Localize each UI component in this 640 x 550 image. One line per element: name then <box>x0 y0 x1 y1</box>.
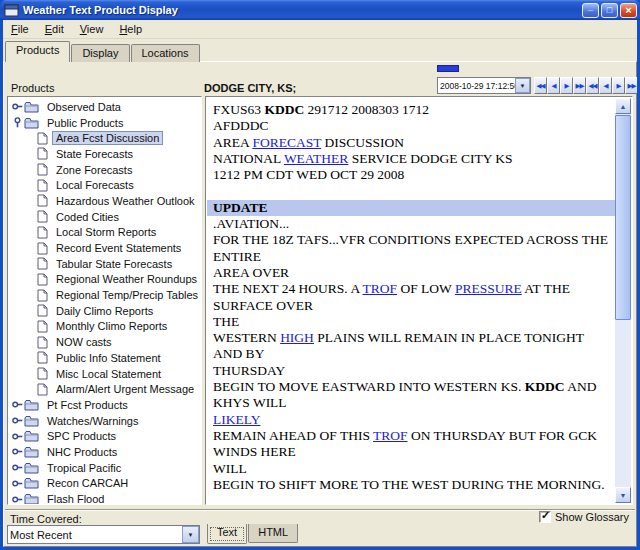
tree-item-pt-fcst-products[interactable]: Pt Fcst Products <box>8 397 201 413</box>
glossary-link[interactable]: TROF <box>363 281 398 296</box>
tree-item-regional-temp-precip-tables[interactable]: Regional Temp/Precip Tables <box>8 287 201 303</box>
text-segment: WILL <box>213 461 247 476</box>
document-line: WILL <box>213 461 615 477</box>
tab-products[interactable]: Products <box>5 41 70 62</box>
nav-next-button[interactable]: ▶ <box>612 77 625 94</box>
tree-item-tropical-pacific[interactable]: Tropical Pacific <box>8 460 201 476</box>
text-segment: KDDC <box>264 102 304 117</box>
tree-item-regional-weather-roundups[interactable]: Regional Weather Roundups <box>8 272 201 288</box>
minimize-button[interactable] <box>582 3 599 18</box>
tree-item-flash-flood[interactable]: Flash Flood <box>8 491 201 505</box>
tree-item-watches-warnings[interactable]: Watches/Warnings <box>8 413 201 429</box>
glossary-link[interactable]: FORECAST <box>252 135 321 150</box>
document-line: AFDDDC <box>213 118 615 134</box>
tree-toggle-icon[interactable] <box>11 494 24 505</box>
vertical-scrollbar[interactable] <box>615 98 631 503</box>
glossary-link[interactable]: WEATHER <box>284 151 349 166</box>
time-covered-combobox[interactable]: Most Recent <box>7 525 200 544</box>
scrollbar-thumb[interactable] <box>615 115 631 320</box>
text-segment: OF LOW <box>397 281 455 296</box>
tree-toggle-icon[interactable] <box>11 478 24 489</box>
tree-item-label: Local Forecasts <box>52 178 138 192</box>
tree-toggle-icon[interactable] <box>11 117 24 128</box>
time-covered-value: Most Recent <box>8 529 182 541</box>
product-time-combobox[interactable]: 2008-10-29 17:12:50Z <box>437 77 531 94</box>
text-segment: 291712 2008303 1712 <box>304 102 429 117</box>
menu-item-help[interactable]: Help <box>111 21 150 37</box>
tree-item-label: Area Fcst Discussion <box>52 131 163 145</box>
scroll-up-icon[interactable] <box>615 98 631 114</box>
tree-item-label: Record Event Statements <box>52 241 185 255</box>
nav-next-button[interactable]: ▶ <box>560 77 573 94</box>
document-icon <box>37 226 48 239</box>
nav-first-button[interactable]: ◀◀ <box>534 77 547 94</box>
nav-previous-button[interactable]: ◀ <box>547 77 560 94</box>
tree-item-nhc-products[interactable]: NHC Products <box>8 444 201 460</box>
text-segment: FOR THE 18Z TAFS...VFR CONDITIONS EXPECT… <box>213 232 611 263</box>
chevron-down-icon[interactable] <box>515 78 530 93</box>
tree-item-tabular-state-forecasts[interactable]: Tabular State Forecasts <box>8 256 201 272</box>
tree-item-now-casts[interactable]: NOW casts <box>8 334 201 350</box>
tree-item-state-forecasts[interactable]: State Forecasts <box>8 146 201 162</box>
document-line: REMAIN AHEAD OF THIS TROF ON THURSDAY BU… <box>213 428 615 461</box>
title-bar[interactable]: Weather Text Product Display <box>0 0 640 20</box>
tree-toggle-icon[interactable] <box>11 101 24 112</box>
text-segment: BEGIN TO MOVE EASTWARD INTO WESTERN KS. <box>213 379 525 394</box>
view-tab-text[interactable]: Text <box>207 524 247 544</box>
chevron-down-icon[interactable] <box>182 526 199 543</box>
text-segment: WESTERN <box>213 330 280 345</box>
tree-toggle-icon[interactable] <box>11 399 24 410</box>
tree-item-label: Recon CARCAH <box>43 476 132 490</box>
folder-icon <box>24 101 39 113</box>
tree-item-misc-local-statement[interactable]: Misc Local Statement <box>8 366 201 382</box>
tree-item-area-fcst-discussion[interactable]: Area Fcst Discussion <box>8 130 201 146</box>
tree-item-recon-carcah[interactable]: Recon CARCAH <box>8 476 201 492</box>
folder-icon <box>24 462 39 474</box>
tree-item-zone-forecasts[interactable]: Zone Forecasts <box>8 162 201 178</box>
menu-item-file[interactable]: File <box>3 21 37 37</box>
tree-item-record-event-statements[interactable]: Record Event Statements <box>8 240 201 256</box>
menu-item-edit[interactable]: Edit <box>37 21 72 37</box>
tree-item-monthly-climo-reports[interactable]: Monthly Climo Reports <box>8 319 201 335</box>
tree-item-alarm-alert-urgent-message[interactable]: Alarm/Alert Urgent Message <box>8 381 201 397</box>
maximize-button[interactable] <box>601 3 618 18</box>
menu-item-view[interactable]: View <box>72 21 112 37</box>
tree-toggle-icon[interactable] <box>11 415 24 426</box>
show-glossary-checkbox[interactable] <box>539 511 551 523</box>
view-tab-html[interactable]: HTML <box>248 524 298 543</box>
tree-toggle-icon[interactable] <box>11 462 24 473</box>
tree-item-label: Hazardous Weather Outlook <box>52 194 199 208</box>
nav-last-button[interactable]: ▶▶ <box>573 77 586 94</box>
tab-locations[interactable]: Locations <box>131 44 200 62</box>
tree-item-spc-products[interactable]: SPC Products <box>8 428 201 444</box>
tree-item-public-products[interactable]: Public Products <box>8 115 201 131</box>
tree-item-observed-data[interactable]: Observed Data <box>8 99 201 115</box>
text-segment: .AVIATION... <box>213 216 289 231</box>
glossary-link[interactable]: HIGH <box>280 330 314 345</box>
tree-item-local-forecasts[interactable]: Local Forecasts <box>8 177 201 193</box>
tree-item-label: Regional Temp/Precip Tables <box>52 288 202 302</box>
tab-display[interactable]: Display <box>71 44 129 62</box>
glossary-link[interactable]: TROF <box>373 428 408 443</box>
tree-toggle-icon[interactable] <box>11 446 24 457</box>
tree-toggle-icon[interactable] <box>11 431 24 442</box>
tree-item-local-storm-reports[interactable]: Local Storm Reports <box>8 225 201 241</box>
tree-item-daily-climo-reports[interactable]: Daily Climo Reports <box>8 303 201 319</box>
nav-last-button[interactable]: ▶▶ <box>625 77 637 94</box>
products-tree[interactable]: Observed DataPublic ProductsArea Fcst Di… <box>7 96 202 505</box>
close-button[interactable] <box>620 3 637 18</box>
nav-first-button[interactable]: ◀◀ <box>586 77 599 94</box>
tree-item-public-info-statement[interactable]: Public Info Statement <box>8 350 201 366</box>
tree-item-hazardous-weather-outlook[interactable]: Hazardous Weather Outlook <box>8 193 201 209</box>
glossary-link[interactable]: LIKELY <box>213 412 260 427</box>
tree-item-label: SPC Products <box>43 429 120 443</box>
tree-item-coded-cities[interactable]: Coded Cities <box>8 209 201 225</box>
product-text-panel[interactable]: FXUS63 KDDC 291712 2008303 1712AFDDDCARE… <box>205 96 633 505</box>
nav-previous-button[interactable]: ◀ <box>599 77 612 94</box>
show-glossary-control[interactable]: Show Glossary <box>539 511 629 523</box>
scroll-down-icon[interactable] <box>615 487 631 503</box>
glossary-link[interactable]: PRESSURE <box>455 281 522 296</box>
document-line: 1212 PM CDT WED OCT 29 2008 <box>213 167 615 183</box>
tree-item-label: Monthly Climo Reports <box>52 319 171 333</box>
text-segment: KDDC <box>525 379 565 394</box>
